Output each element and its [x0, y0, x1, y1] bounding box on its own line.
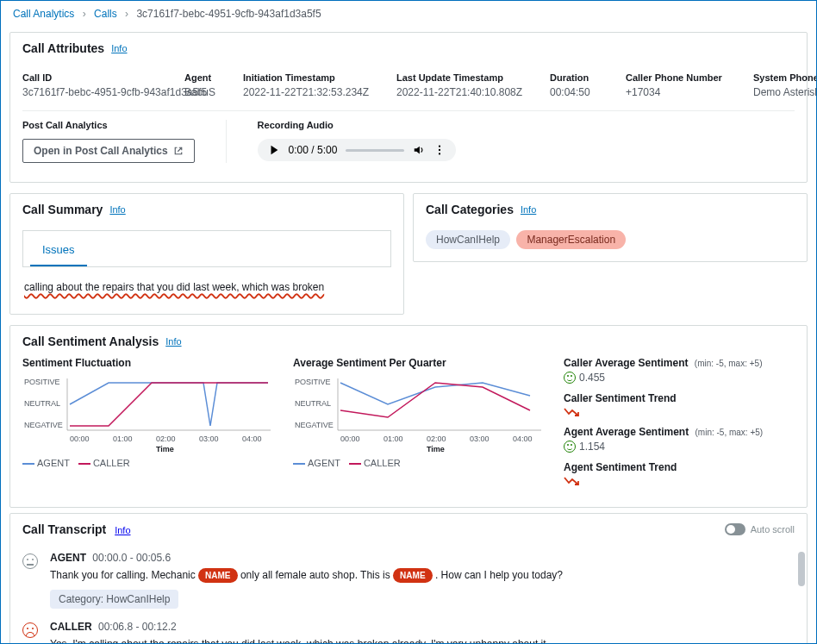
svg-text:00:00: 00:00	[340, 435, 360, 443]
attr-caller-number: Caller Phone Number +17034	[626, 72, 746, 100]
turn-timestamp: 00:00.0 - 00:05.6	[92, 552, 171, 564]
volume-icon[interactable]	[413, 144, 425, 156]
category-chip: Category: HowCanIHelp	[50, 590, 178, 609]
section-title: Call Attributes	[22, 41, 104, 55]
category-chip: HowCanIHelp	[426, 230, 510, 249]
info-link[interactable]: Info	[521, 204, 536, 215]
call-summary-card: Call Summary Info Issues calling about t…	[9, 193, 404, 315]
svg-text:NEUTRAL: NEUTRAL	[295, 399, 331, 408]
metric-agent-avg: Agent Average Sentiment (min: -5, max: +…	[564, 426, 795, 453]
turn-timestamp: 00:06.8 - 00:12.2	[98, 621, 177, 633]
transcript-scroll[interactable]: AGENT 00:00.0 - 00:05.6 Thank you for ca…	[10, 545, 807, 644]
chart-svg: POSITIVE NEUTRAL NEGATIVE 00:00 01:00 02…	[22, 374, 272, 452]
breadcrumb-current: 3c7161f7-bebc-4951-9cfb-943af1d3a5f5	[136, 8, 321, 20]
tab-issues[interactable]: Issues	[30, 234, 87, 266]
issue-summary-text: calling about the repairs that you did l…	[22, 272, 391, 302]
info-link[interactable]: Info	[115, 525, 130, 535]
divider	[226, 120, 227, 163]
transcript-card: Call Transcript Info Auto scroll AGENT 0…	[9, 513, 808, 644]
card-header: Call Sentiment Analysis Info	[10, 326, 807, 357]
trend-down-icon	[564, 476, 795, 486]
svg-text:POSITIVE: POSITIVE	[295, 378, 331, 386]
svg-point-1	[438, 145, 440, 147]
turn-text: Yes, I'm calling about the repairs that …	[50, 636, 795, 644]
smile-icon	[564, 372, 576, 384]
section-title: Call Transcript	[22, 522, 106, 536]
svg-text:POSITIVE: POSITIVE	[24, 378, 60, 386]
svg-text:01:00: 01:00	[113, 435, 133, 443]
turn-text: Thank you for calling. Mechanic NAME onl…	[50, 567, 795, 583]
svg-text:00:00: 00:00	[70, 435, 90, 443]
post-call-analytics: Post Call Analytics Open in Post Call An…	[22, 120, 195, 163]
svg-text:01:00: 01:00	[384, 435, 403, 443]
card-header: Call Transcript Info Auto scroll	[10, 514, 807, 545]
audio-track[interactable]	[346, 149, 403, 152]
svg-text:NEGATIVE: NEGATIVE	[295, 421, 334, 429]
smile-icon	[564, 441, 576, 453]
svg-text:Time: Time	[427, 445, 445, 452]
legend: AGENT CALLER	[293, 458, 543, 468]
svg-text:03:00: 03:00	[199, 435, 219, 443]
metric-agent-trend: Agent Sentiment Trend	[564, 461, 795, 486]
chevron-right-icon: ›	[125, 8, 128, 20]
sentiment-face-neutral-icon	[22, 553, 38, 569]
call-attributes-card: Call Attributes Info Call ID 3c7161f7-be…	[9, 32, 808, 183]
chevron-right-icon: ›	[83, 8, 86, 20]
toggle-icon[interactable]	[725, 523, 745, 535]
attributes-row: Call ID 3c7161f7-bebc-4951-9cfb-943af1d3…	[22, 64, 795, 111]
breadcrumb-link-calls[interactable]: Calls	[94, 8, 117, 20]
metric-caller-trend: Caller Sentiment Trend	[564, 392, 795, 417]
attr-agent: Agent BabuS	[184, 72, 236, 100]
attr-init-timestamp: Initiation Timestamp 2022-11-22T21:32:53…	[243, 72, 390, 100]
sentiment-face-sad-icon	[22, 622, 38, 638]
attr-call-id: Call ID 3c7161f7-bebc-4951-9cfb-943af1d3…	[22, 72, 178, 100]
post-call-row: Post Call Analytics Open in Post Call An…	[22, 111, 795, 172]
svg-point-2	[438, 149, 440, 151]
more-icon[interactable]	[433, 144, 446, 156]
section-title: Call Summary	[22, 203, 103, 216]
audio-time: 0:00 / 5:00	[289, 144, 338, 156]
section-title: Call Categories	[426, 203, 514, 216]
autoscroll-toggle[interactable]: Auto scroll	[725, 523, 795, 535]
svg-text:Time: Time	[156, 445, 174, 452]
attr-update-timestamp: Last Update Timestamp 2022-11-22T21:40:1…	[396, 72, 543, 100]
svg-text:NEGATIVE: NEGATIVE	[24, 421, 63, 429]
recording-audio: Recording Audio 0:00 / 5:00	[258, 120, 456, 163]
audio-player[interactable]: 0:00 / 5:00	[258, 139, 456, 161]
svg-text:04:00: 04:00	[513, 435, 533, 443]
quarter-chart: Average Sentiment Per Quarter POSITIVE N…	[293, 357, 543, 495]
svg-text:02:00: 02:00	[427, 435, 446, 443]
speaker-label: AGENT	[50, 552, 86, 564]
info-link[interactable]: Info	[165, 336, 181, 347]
info-link[interactable]: Info	[109, 204, 125, 215]
app-frame: Call Analytics › Calls › 3c7161f7-bebc-4…	[0, 0, 817, 644]
attr-duration: Duration 00:04:50	[550, 72, 619, 100]
summary-categories-row: Call Summary Info Issues calling about t…	[9, 188, 808, 320]
section-title: Call Sentiment Analysis	[22, 335, 159, 348]
sentiment-metrics: Caller Average Sentiment (min: -5, max: …	[564, 357, 795, 495]
legend: AGENT CALLER	[22, 458, 272, 468]
svg-text:03:00: 03:00	[470, 435, 490, 443]
play-icon[interactable]	[268, 144, 280, 156]
scrollbar-thumb[interactable]	[798, 552, 805, 586]
transcript-turn: AGENT 00:00.0 - 00:05.6 Thank you for ca…	[22, 552, 795, 609]
card-header: Call Attributes Info	[10, 33, 807, 64]
speaker-label: CALLER	[50, 621, 92, 633]
pii-pill: NAME	[393, 568, 432, 583]
fluctuation-chart: Sentiment Fluctuation POSITIVE NEUTRAL N…	[22, 357, 272, 495]
call-categories-card: Call Categories Info HowCanIHelp Manager…	[413, 193, 808, 262]
svg-text:02:00: 02:00	[156, 435, 176, 443]
transcript-turn: CALLER 00:06.8 - 00:12.2 Yes, I'm callin…	[22, 621, 795, 644]
breadcrumb-link-analytics[interactable]: Call Analytics	[13, 8, 74, 20]
pii-pill: NAME	[198, 568, 237, 583]
sentiment-card: Call Sentiment Analysis Info Sentiment F…	[9, 325, 808, 508]
trend-down-icon	[564, 407, 795, 417]
info-link[interactable]: Info	[111, 43, 127, 53]
metric-caller-avg: Caller Average Sentiment (min: -5, max: …	[564, 357, 795, 384]
svg-text:04:00: 04:00	[242, 435, 262, 443]
chart-svg: POSITIVE NEUTRAL NEGATIVE 00:00 01:00 02…	[293, 374, 543, 452]
external-link-icon	[173, 146, 184, 156]
card-header: Call Summary Info	[10, 194, 403, 225]
svg-point-3	[438, 153, 440, 154]
open-post-call-button[interactable]: Open in Post Call Analytics	[22, 139, 195, 163]
